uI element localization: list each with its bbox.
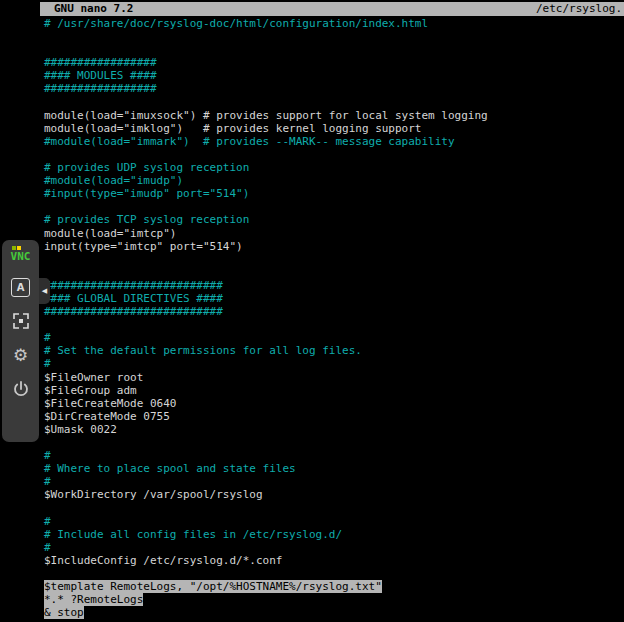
editor-content[interactable]: # /usr/share/doc/rsyslog-doc/html/config… [40,16,624,619]
fullscreen-icon [11,311,31,331]
editor-line [44,30,624,43]
settings-button[interactable]: ⚙ [7,341,35,369]
editor-line [44,43,624,56]
settings-gear-icon: ⚙ [13,347,28,364]
editor-line: ########################### [44,279,624,292]
fullscreen-button[interactable] [7,307,35,335]
editor-line: #### MODULES #### [44,69,624,82]
editor-line: & stop [44,606,624,619]
keyboard-icon: A [11,278,30,297]
vnc-control-panel: VNC A ⚙ [2,240,39,442]
editor-line: $IncludeConfig /etc/rsyslog.d/*.conf [44,554,624,567]
editor-line: $template RemoteLogs, "/opt/%HOSTNAME%/r… [44,580,624,593]
editor-line: $FileGroup adm [44,384,624,397]
editor-line [44,436,624,449]
editor-line: $DirCreateMode 0755 [44,410,624,423]
screen: VNC A ⚙ ◀ G [0,0,624,622]
editor-line [44,96,624,109]
editor-line [44,200,624,213]
editor-line: input(type="imtcp" port="514") [44,240,624,253]
vnc-logo-text: VNC [11,251,31,262]
power-icon [11,379,31,399]
editor-line: # [44,541,624,554]
terminal[interactable]: GNU nano 7.2 /etc/rsyslog. # /usr/share/… [40,0,624,622]
editor-line [44,567,624,580]
editor-line: # [44,331,624,344]
nano-titlebar: GNU nano 7.2 /etc/rsyslog. [40,2,624,16]
editor-line [44,253,624,266]
file-path-label: /etc/rsyslog. [536,2,622,16]
editor-line: $Umask 0022 [44,423,624,436]
editor-line [44,318,624,331]
vnc-logo: VNC [11,246,31,262]
keyboard-button[interactable]: A [7,273,35,301]
editor-line: # Set the default permissions for all lo… [44,344,624,357]
editor-line: #input(type="imudp" port="514") [44,187,624,200]
editor-line: module(load="imuxsock") # provides suppo… [44,109,624,122]
nano-version-label: GNU nano 7.2 [54,2,133,16]
editor-line: ################# [44,82,624,95]
editor-line [44,266,624,279]
editor-line: # /usr/share/doc/rsyslog-doc/html/config… [44,17,624,30]
editor-line: module(load="imklog") # provides kernel … [44,122,624,135]
editor-line: #### GLOBAL DIRECTIVES #### [44,292,624,305]
editor-line: # [44,449,624,462]
editor-line: $FileCreateMode 0640 [44,397,624,410]
editor-line: # provides UDP syslog reception [44,161,624,174]
editor-line: # Where to place spool and state files [44,462,624,475]
panel-collapse-handle[interactable]: ◀ [39,278,50,304]
editor-line: module(load="imtcp") [44,227,624,240]
editor-line: # [44,475,624,488]
power-button[interactable] [7,375,35,403]
editor-line: # Include all config files in /etc/rsysl… [44,528,624,541]
editor-line: # provides TCP syslog reception [44,213,624,226]
vnc-sidebar-strip: VNC A ⚙ ◀ [0,0,40,622]
editor-line [44,501,624,514]
editor-line: $FileOwner root [44,371,624,384]
editor-line [44,148,624,161]
editor-line: *.* ?RemoteLogs [44,593,624,606]
editor-line: #module(load="immark") # provides --MARK… [44,135,624,148]
editor-line: # [44,357,624,370]
editor-line: #module(load="imudp") [44,174,624,187]
editor-line: ########################### [44,305,624,318]
editor-line: # [44,515,624,528]
editor-line: ################# [44,56,624,69]
editor-line: $WorkDirectory /var/spool/rsyslog [44,488,624,501]
